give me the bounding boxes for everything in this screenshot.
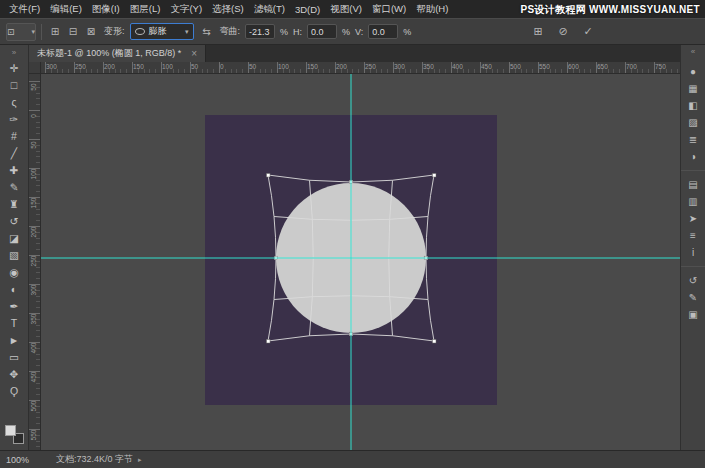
h-label: H:	[293, 27, 302, 37]
zoom-tool[interactable]: Ϙ	[0, 382, 28, 399]
color-panel-icon[interactable]: ●	[684, 63, 702, 79]
rectangle-tool[interactable]: ▭	[0, 348, 28, 365]
gradients-panel-icon[interactable]: ◧	[684, 97, 702, 113]
warp-orientation-icon[interactable]: ⇆	[199, 24, 215, 40]
ruler-top-label: 0	[220, 63, 224, 70]
chevron-down-icon: ▾	[31, 28, 35, 36]
ruler-top-label: 650	[597, 63, 608, 70]
dodge-tool[interactable]: ◐	[0, 280, 28, 297]
menu-image[interactable]: 图像(I)	[87, 1, 125, 18]
split-warp-vertically-icon[interactable]: ⊟	[65, 24, 81, 40]
split-warp-crosswise-icon[interactable]: ⊞	[47, 24, 63, 40]
ruler-top-label: 600	[568, 63, 579, 70]
patterns-panel-icon[interactable]: ▨	[684, 114, 702, 130]
gradient-tool[interactable]: ▧	[0, 246, 28, 263]
tool-preset-icon: ⊡	[7, 27, 15, 37]
photoshop-window: 文件(F)编辑(E)图像(I)图层(L)文字(Y)选择(S)滤镜(T)3D(D)…	[0, 0, 705, 468]
move-tool[interactable]: ✛	[0, 59, 28, 76]
menu-type[interactable]: 文字(Y)	[165, 1, 207, 18]
hand-tool[interactable]: ✥	[0, 365, 28, 382]
eyedropper-tool[interactable]: ╱	[0, 144, 28, 161]
menu-select[interactable]: 选择(S)	[207, 1, 249, 18]
spot-healing-brush-tool[interactable]: ✚	[0, 161, 28, 178]
foreground-color-swatch[interactable]	[5, 425, 16, 436]
canvas[interactable]	[41, 74, 680, 450]
menu-help[interactable]: 帮助(H)	[411, 1, 453, 18]
commit-transform-icon[interactable]: ✓	[580, 24, 596, 40]
ruler-top-label: 250	[365, 63, 376, 70]
transform-commit-group: ⊞ ⊘ ✓	[530, 24, 596, 40]
brushes-panel-icon[interactable]: ✎	[684, 289, 702, 305]
panel-icon-group: ↺✎▣	[681, 266, 705, 322]
bend-unit: %	[280, 27, 288, 37]
clone-source-panel-icon[interactable]: ▣	[684, 306, 702, 322]
ruler-left-label: 350	[30, 313, 40, 325]
ruler-top-label: 400	[452, 63, 463, 70]
document-tab[interactable]: 未标题-1 @ 100% (椭圆 1, RGB/8) * ×	[29, 45, 206, 62]
ruler-top-label: 150	[133, 63, 144, 70]
ruler-top-label: 50	[249, 63, 256, 70]
warp-anchor[interactable]	[433, 174, 437, 178]
status-bar: 100% 文档:732.4K/0 字节 ▸	[0, 450, 705, 468]
ruler-top[interactable]: 3002502001501005005010015020025030035040…	[41, 62, 680, 74]
zoom-level-field[interactable]: 100%	[6, 455, 44, 465]
channels-panel-icon[interactable]: ▥	[684, 193, 702, 209]
paths-panel-icon[interactable]: ➤	[684, 210, 702, 226]
v-input[interactable]	[368, 24, 398, 39]
brush-tool[interactable]: ✎	[0, 178, 28, 195]
panel-icon-group: ●▦◧▨≣◑	[681, 63, 705, 164]
adjustments-panel-icon[interactable]: ◑	[684, 148, 702, 164]
swatches-panel-icon[interactable]: ▦	[684, 80, 702, 96]
split-warp-horizontally-icon[interactable]: ⊠	[83, 24, 99, 40]
h-input[interactable]	[307, 24, 337, 39]
panel-icon-group: ▤▥➤≡i	[681, 170, 705, 260]
options-bar: ⊡ ▾ ⊞⊟⊠ 变形: 膨胀 ▾ ⇆ 弯曲: % H: % V: % ⊞ ⊘ ✓	[0, 18, 705, 45]
menu-view[interactable]: 视图(V)	[325, 1, 367, 18]
eraser-tool[interactable]: ◪	[0, 229, 28, 246]
ruler-left-label: 100	[30, 168, 40, 180]
layers-panel-icon[interactable]: ▤	[684, 176, 702, 192]
menu-layer[interactable]: 图层(L)	[125, 1, 166, 18]
history-brush-tool[interactable]: ↺	[0, 212, 28, 229]
pen-tool[interactable]: ✒	[0, 297, 28, 314]
properties-panel-icon[interactable]: ≡	[684, 227, 702, 243]
close-icon[interactable]: ×	[191, 48, 197, 59]
tool-preset-picker[interactable]: ⊡ ▾	[6, 23, 36, 41]
type-tool[interactable]: T	[0, 314, 28, 331]
warp-anchor[interactable]	[267, 340, 271, 344]
info-panel-icon[interactable]: i	[684, 244, 702, 260]
blur-tool[interactable]: ◉	[0, 263, 28, 280]
ruler-top-label: 100	[162, 63, 173, 70]
warp-anchor[interactable]	[433, 340, 437, 344]
panel-collapse-icon[interactable]: «	[691, 47, 695, 59]
menu-3d[interactable]: 3D(D)	[290, 2, 325, 17]
menu-filter[interactable]: 滤镜(T)	[249, 1, 290, 18]
warp-anchor[interactable]	[267, 174, 271, 178]
crop-tool[interactable]: #	[0, 127, 28, 144]
menu-edit[interactable]: 编辑(E)	[45, 1, 87, 18]
status-popup-arrow-icon[interactable]: ▸	[138, 456, 142, 464]
ruler-corner[interactable]	[29, 62, 41, 74]
warp-style-dropdown[interactable]: 膨胀 ▾	[130, 23, 194, 40]
lasso-tool[interactable]: ς	[0, 93, 28, 110]
ruler-top-label: 550	[539, 63, 550, 70]
clone-stamp-tool[interactable]: ♜	[0, 195, 28, 212]
history-panel-icon[interactable]: ↺	[684, 272, 702, 288]
rectangular-marquee-tool[interactable]: □	[0, 76, 28, 93]
ruler-left-label: 50	[30, 139, 40, 151]
menu-window[interactable]: 窗口(W)	[367, 1, 411, 18]
ruler-top-label: 200	[336, 63, 347, 70]
cancel-transform-icon[interactable]: ⊘	[555, 24, 571, 40]
quick-selection-tool[interactable]: ✑	[0, 110, 28, 127]
bend-input[interactable]	[245, 24, 275, 39]
tool-column: ✛□ς✑#╱✚✎♜↺◪▧◉◐✒T►▭✥Ϙ	[0, 59, 28, 399]
ruler-top-label: 500	[510, 63, 521, 70]
ruler-top-label: 350	[423, 63, 434, 70]
ruler-left[interactable]: 50050100150200250300350400450500550	[29, 74, 41, 450]
menu-file[interactable]: 文件(F)	[4, 1, 45, 18]
libraries-panel-icon[interactable]: ≣	[684, 131, 702, 147]
free-transform-toggle-icon[interactable]: ⊞	[530, 24, 546, 40]
ruler-top-label: 700	[626, 63, 637, 70]
toolbar-overflow-icon[interactable]: »	[0, 45, 28, 59]
path-selection-tool[interactable]: ►	[0, 331, 28, 348]
